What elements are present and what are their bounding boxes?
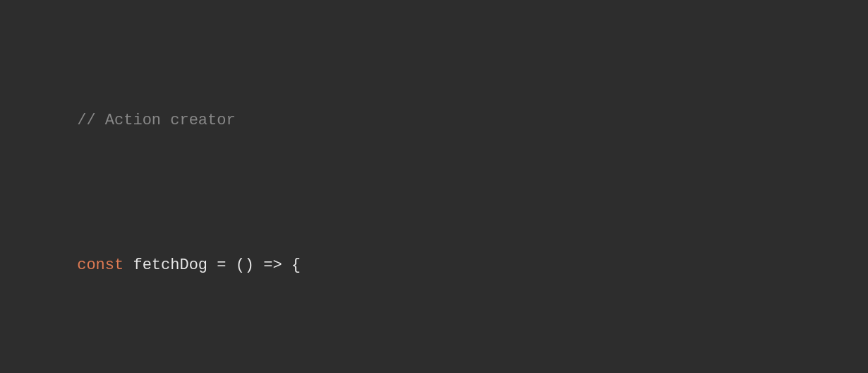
comment-text-1: // Action creator — [77, 112, 235, 129]
keyword-const: const — [77, 256, 133, 274]
code-container: // Action creator const fetchDog = () =>… — [0, 0, 868, 373]
code-line-1: const fetchDog = () => { — [21, 230, 847, 302]
code-block: // Action creator const fetchDog = () =>… — [21, 13, 847, 373]
comment-line-1: // Action creator — [21, 85, 847, 157]
plain-1: fetchDog = () => { — [133, 256, 301, 274]
